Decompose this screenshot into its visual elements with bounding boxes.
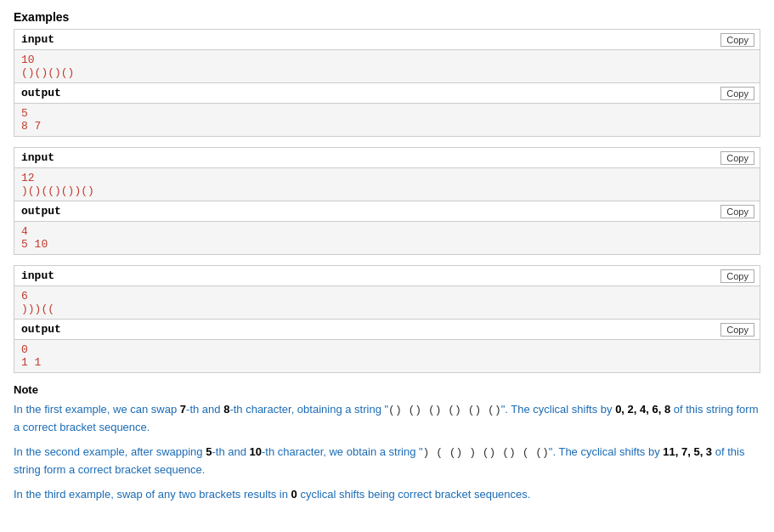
example-1-input-label: input	[14, 30, 760, 50]
example-block-3: input Copy 6 )))(( output Copy 0 1 1	[14, 265, 760, 373]
note-paragraph-3: In the third example, swap of any two br…	[14, 486, 760, 503]
example-1-output-line2: 8 7	[21, 120, 753, 133]
example-2-output-section: output Copy 4 5 10	[14, 201, 760, 254]
example-block-2: input Copy 12 )()(()())() output Copy 4 …	[14, 147, 760, 255]
example-block-1: input Copy 10 ()()()() output Copy 5 8 7	[14, 29, 760, 137]
example-2-input-content: 12 )()(()())()	[14, 168, 760, 201]
copy-button-1-input[interactable]: Copy	[720, 33, 754, 47]
copy-button-2-input[interactable]: Copy	[720, 151, 754, 165]
example-3-output-section: output Copy 0 1 1	[14, 320, 760, 372]
copy-button-2-output[interactable]: Copy	[720, 205, 754, 218]
copy-button-3-input[interactable]: Copy	[720, 269, 754, 283]
example-2-output-line2: 5 10	[21, 238, 753, 251]
example-2-input-section: input Copy 12 )()(()())()	[14, 148, 760, 201]
examples-section: Examples input Copy 10 ()()()() output C…	[14, 10, 760, 373]
example-1-input-content: 10 ()()()()	[14, 50, 760, 82]
example-2-input-line1: 12	[21, 172, 753, 184]
example-1-output-line1: 5	[21, 107, 753, 120]
example-1-output-label: output	[14, 83, 760, 104]
example-1-output-section: output Copy 5 8 7	[14, 83, 760, 136]
example-2-input-label: input	[14, 148, 760, 168]
example-3-input-line1: 6	[21, 290, 753, 303]
example-2-output-line1: 4	[21, 225, 753, 238]
note-paragraph-1: In the first example, we can swap 7-th a…	[14, 401, 760, 435]
example-1-input-line1: 10	[21, 54, 753, 66]
example-1-output-content: 5 8 7	[14, 104, 760, 136]
example-2-input-line2: )()(()())()	[21, 184, 753, 197]
note-section: Note In the first example, we can swap 7…	[14, 383, 760, 503]
note-title: Note	[14, 383, 760, 396]
example-3-output-line1: 0	[21, 343, 753, 356]
example-1-input-line2: ()()()()	[21, 66, 753, 79]
example-3-input-line2: )))((	[21, 303, 753, 315]
example-2-output-label: output	[14, 201, 760, 222]
copy-button-1-output[interactable]: Copy	[720, 87, 754, 100]
example-2-output-content: 4 5 10	[14, 222, 760, 254]
example-3-input-label: input	[14, 266, 760, 286]
note-paragraph-2: In the second example, after swapping 5-…	[14, 444, 760, 478]
copy-button-3-output[interactable]: Copy	[720, 323, 754, 337]
example-1-input-section: input Copy 10 ()()()()	[14, 30, 760, 83]
example-3-output-content: 0 1 1	[14, 340, 760, 372]
example-3-output-label: output	[14, 320, 760, 340]
example-3-input-content: 6 )))((	[14, 286, 760, 319]
section-title: Examples	[14, 10, 760, 24]
example-3-output-line2: 1 1	[21, 356, 753, 369]
example-3-input-section: input Copy 6 )))((	[14, 266, 760, 320]
